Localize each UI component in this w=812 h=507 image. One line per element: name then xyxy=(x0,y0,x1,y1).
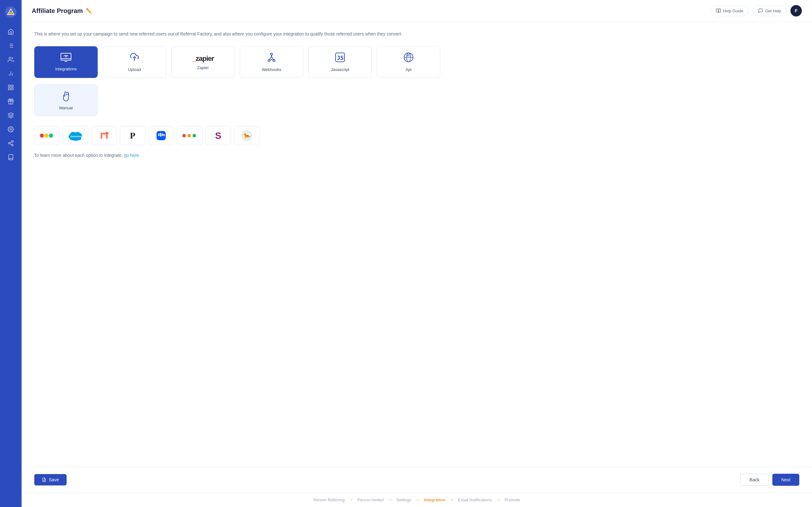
svg-marker-17 xyxy=(8,113,14,115)
manual-icon xyxy=(61,90,71,103)
upload-icon xyxy=(130,52,139,65)
svg-rect-54 xyxy=(188,134,191,137)
sidebar-item-campaigns[interactable] xyxy=(4,39,17,52)
svg-point-32 xyxy=(270,53,272,55)
save-label: Save xyxy=(49,477,59,482)
help-guide-button[interactable]: Help Guide xyxy=(711,5,749,16)
svg-line-23 xyxy=(10,142,12,143)
partner-logo-salesforce[interactable]: Salesforce xyxy=(63,126,88,145)
webhooks-icon xyxy=(266,52,276,65)
svg-rect-45 xyxy=(101,134,102,139)
svg-point-30 xyxy=(268,60,270,61)
svg-rect-50 xyxy=(160,133,161,137)
svg-point-20 xyxy=(9,143,10,144)
sidebar-item-referrals[interactable] xyxy=(4,137,17,150)
svg-rect-14 xyxy=(11,85,13,87)
svg-rect-49 xyxy=(158,133,159,136)
integration-card-upload[interactable]: Upload xyxy=(103,46,166,78)
breadcrumb-step-settings[interactable]: Settings xyxy=(397,498,411,502)
webhooks-card-label: Webhooks xyxy=(262,67,281,72)
sidebar xyxy=(0,0,21,507)
learn-more-link[interactable]: go here. xyxy=(124,153,140,158)
svg-line-22 xyxy=(10,144,12,145)
sidebar-item-rewards[interactable] xyxy=(4,95,17,108)
svg-point-18 xyxy=(10,129,12,130)
user-avatar[interactable]: F xyxy=(791,5,802,16)
partner-logo-ooo[interactable] xyxy=(177,126,202,145)
breadcrumb-arrow-5: → xyxy=(496,497,501,503)
manual-row: Manual xyxy=(34,84,799,116)
svg-rect-55 xyxy=(193,134,196,137)
upload-card-label: Upload xyxy=(128,67,141,72)
sidebar-item-book[interactable] xyxy=(4,151,17,164)
content-area: This is where you set up your campaign t… xyxy=(21,22,812,467)
svg-point-31 xyxy=(273,60,275,61)
breadcrumb-arrow-3: → xyxy=(415,497,420,503)
integration-card-webhooks[interactable]: Webhooks xyxy=(240,46,303,78)
back-button[interactable]: Back xyxy=(740,474,768,486)
sidebar-item-analytics[interactable] xyxy=(4,67,17,80)
svg-rect-15 xyxy=(11,88,13,90)
breadcrumb-arrow-2: → xyxy=(388,497,393,503)
save-button[interactable]: Save xyxy=(34,474,67,486)
svg-rect-2 xyxy=(9,12,12,14)
partner-logo-monday[interactable] xyxy=(34,126,60,145)
svg-point-9 xyxy=(9,57,11,60)
svg-rect-47 xyxy=(101,133,102,134)
partner-logo-paperbell[interactable]: P xyxy=(120,126,145,145)
javascript-icon: JS xyxy=(335,52,345,65)
partner-logo-hubspot[interactable] xyxy=(91,126,117,145)
breadcrumb-arrow-1: → xyxy=(348,497,353,503)
help-guide-label: Help Guide xyxy=(723,9,744,13)
footer-nav: Back Next xyxy=(740,474,799,486)
svg-rect-52 xyxy=(163,134,165,136)
svg-rect-16 xyxy=(9,88,10,90)
get-help-label: Get Help xyxy=(765,9,781,13)
breadcrumb-step-promote[interactable]: Promote xyxy=(505,498,520,502)
svg-point-41 xyxy=(49,134,53,138)
integration-card-api[interactable]: API Api xyxy=(377,46,440,78)
sidebar-item-widget[interactable] xyxy=(4,81,17,94)
page-title: Affiliate Program xyxy=(32,7,83,14)
sidebar-item-users[interactable] xyxy=(4,53,17,66)
integration-card-integrations[interactable]: Integrations xyxy=(34,46,98,78)
breadcrumb-step-person-referring[interactable]: Person Referring xyxy=(313,498,345,502)
breadcrumb-step-integration[interactable]: Integration xyxy=(424,498,445,502)
main-content: Affiliate Program ✏️ Help Guide Get Help… xyxy=(21,0,812,507)
svg-point-39 xyxy=(40,134,44,138)
integration-card-javascript[interactable]: JS Javascript xyxy=(308,46,372,78)
breadcrumb-bar: Person Referring → Person Invited → Sett… xyxy=(21,492,812,507)
partner-logo-skrill[interactable]: S xyxy=(206,126,231,145)
zapier-card-label: Zapier xyxy=(197,65,209,70)
sidebar-item-settings[interactable] xyxy=(4,123,17,135)
integration-card-zapier[interactable]: _zapier Zapier xyxy=(171,46,235,78)
svg-text:🐆: 🐆 xyxy=(243,132,251,139)
sidebar-logo[interactable] xyxy=(4,5,18,19)
header-left: Affiliate Program ✏️ xyxy=(32,7,92,14)
learn-more-text: To learn more about each option to integ… xyxy=(34,153,799,158)
breadcrumb-step-person-invited[interactable]: Person Invited xyxy=(357,498,384,502)
edit-icon[interactable]: ✏️ xyxy=(86,8,92,14)
api-card-label: Api xyxy=(406,67,412,72)
sidebar-item-home[interactable] xyxy=(4,25,17,38)
svg-rect-46 xyxy=(102,133,107,134)
svg-rect-51 xyxy=(162,133,163,136)
get-help-button[interactable]: Get Help xyxy=(753,5,786,16)
svg-point-21 xyxy=(12,144,13,146)
svg-text:Salesforce: Salesforce xyxy=(70,135,83,138)
next-button[interactable]: Next xyxy=(772,474,799,486)
integrations-icon xyxy=(61,53,71,64)
partner-logo-intercom[interactable] xyxy=(148,126,174,145)
integrations-card-label: Integrations xyxy=(55,66,77,71)
svg-text:API: API xyxy=(406,54,411,57)
page-description: This is where you set up your campaign t… xyxy=(34,31,799,38)
integration-card-manual[interactable]: Manual xyxy=(34,84,98,116)
zapier-logo: _zapier xyxy=(192,55,214,63)
svg-rect-44 xyxy=(106,135,107,139)
sidebar-item-layers[interactable] xyxy=(4,109,17,122)
breadcrumb-step-email-notifications[interactable]: Email Notifications xyxy=(458,498,492,502)
header-right: Help Guide Get Help F xyxy=(711,5,802,16)
partner-logo-tiger[interactable]: 🐆 xyxy=(234,126,259,145)
svg-point-28 xyxy=(65,56,67,57)
svg-rect-13 xyxy=(9,85,10,87)
